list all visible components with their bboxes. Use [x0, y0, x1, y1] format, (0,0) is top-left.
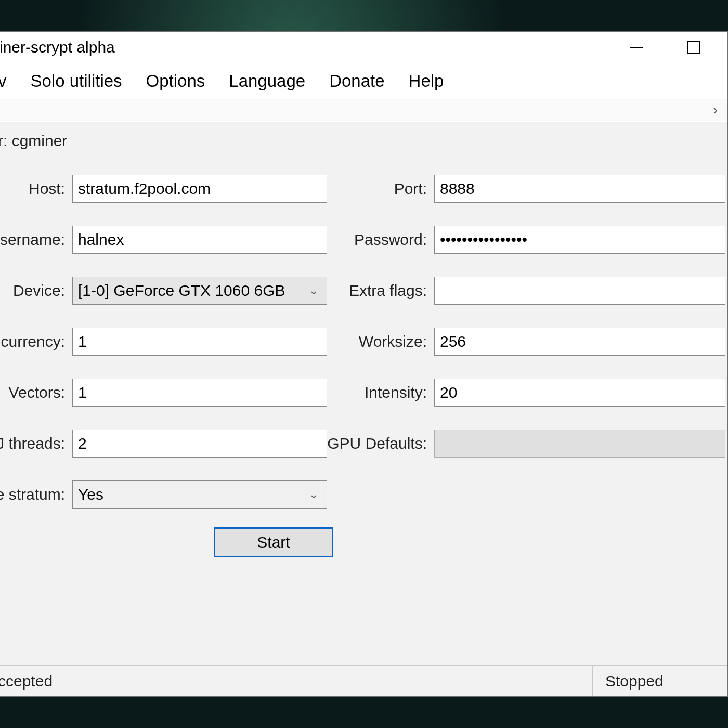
status-accepted: ccepted	[0, 672, 592, 690]
menu-donate[interactable]: Donate	[329, 71, 384, 91]
content-area: r: cgminer Host: Port: Jsername: Passwor…	[0, 121, 727, 665]
password-input[interactable]	[434, 226, 725, 254]
port-label: Port:	[327, 180, 434, 198]
chevron-down-icon: ⌄	[309, 488, 318, 501]
username-input[interactable]	[72, 226, 327, 254]
status-state: Stopped	[592, 666, 727, 696]
minimize-icon	[630, 47, 643, 48]
worksize-label: Worksize:	[327, 333, 434, 350]
concurrency-label: ncurrency:	[0, 333, 72, 350]
start-button[interactable]: Start	[214, 527, 333, 557]
maximize-button[interactable]	[681, 34, 707, 60]
app-window: iner-scrypt alpha v Solo utilities Optio…	[0, 31, 728, 697]
stratum-select-value: Yes	[78, 486, 103, 503]
minimize-button[interactable]	[623, 34, 649, 60]
device-select-value: [1-0] GeForce GTX 1060 6GB	[78, 282, 285, 300]
stratum-label: e stratum:	[0, 486, 72, 503]
statusbar: ccepted Stopped	[0, 665, 727, 696]
threads-input[interactable]	[72, 430, 327, 458]
extraflags-input[interactable]	[434, 277, 725, 305]
password-label: Password:	[327, 231, 434, 249]
toolbar-overflow-button[interactable]: ›	[703, 99, 727, 121]
miner-label: r: cgminer	[0, 132, 67, 150]
menu-view[interactable]: v	[0, 71, 7, 91]
concurrency-input[interactable]	[72, 328, 327, 356]
device-select[interactable]: [1-0] GeForce GTX 1060 6GB ⌄	[72, 277, 327, 305]
start-button-label: Start	[257, 534, 290, 551]
chevron-right-icon: ›	[713, 102, 718, 118]
intensity-label: Intensity:	[327, 384, 434, 401]
menubar: v Solo utilities Options Language Donate…	[0, 63, 727, 99]
window-title: iner-scrypt alpha	[0, 38, 623, 56]
host-input[interactable]	[72, 175, 327, 203]
username-label: Jsername:	[0, 231, 72, 249]
titlebar[interactable]: iner-scrypt alpha	[0, 32, 727, 63]
intensity-input[interactable]	[434, 379, 725, 407]
menu-help[interactable]: Help	[409, 71, 444, 91]
menu-language[interactable]: Language	[229, 71, 305, 91]
stratum-select[interactable]: Yes ⌄	[72, 480, 327, 509]
menu-solo-utilities[interactable]: Solo utilities	[31, 71, 122, 91]
window-controls	[623, 34, 727, 60]
gpudefaults-box[interactable]	[434, 430, 725, 458]
worksize-input[interactable]	[434, 328, 725, 356]
form-grid: Host: Port: Jsername: Password: Device: …	[0, 163, 727, 520]
vectors-label: Vectors:	[0, 384, 72, 401]
menu-options[interactable]: Options	[146, 71, 205, 91]
host-label: Host:	[0, 180, 72, 198]
chevron-down-icon: ⌄	[309, 284, 318, 297]
maximize-icon	[687, 41, 700, 54]
threads-label: J threads:	[0, 435, 72, 452]
port-input[interactable]	[434, 175, 725, 203]
gpudefaults-label: GPU Defaults:	[327, 435, 434, 452]
extraflags-label: Extra flags:	[327, 282, 434, 300]
device-label: Device:	[0, 282, 72, 300]
vectors-input[interactable]	[72, 379, 327, 407]
toolbar: ›	[0, 99, 727, 121]
